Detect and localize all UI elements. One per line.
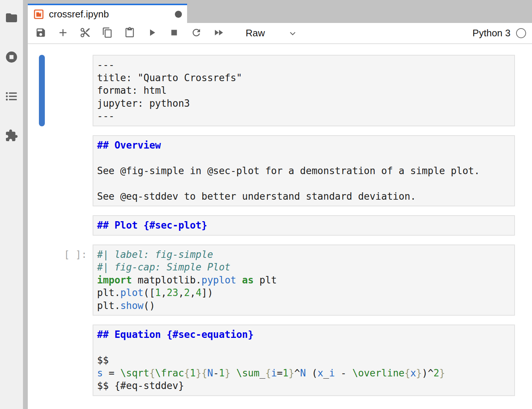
cell-collapser[interactable] xyxy=(39,135,45,207)
toc-icon xyxy=(5,90,18,104)
code-line: $$ {#eq-stddev} xyxy=(97,379,514,392)
run-cell-button[interactable] xyxy=(146,28,157,39)
save-button[interactable] xyxy=(35,28,46,39)
code-line: format: html xyxy=(97,84,514,97)
sidebar-item-running-kernels[interactable] xyxy=(4,51,19,65)
code-line: s = \sqrt{\frac{1}{N-1} \sum_{i=1}^N (x_… xyxy=(97,367,514,380)
code-line: $$ xyxy=(97,354,514,367)
cell-editor[interactable]: ---title: "Quarto Crossrefs"format: html… xyxy=(93,55,515,126)
add-icon xyxy=(57,27,69,40)
save-icon xyxy=(35,27,46,40)
tab-bar: crossref.ipynb xyxy=(28,0,532,23)
tab-title: crossref.ipynb xyxy=(49,9,109,20)
cut-icon xyxy=(80,27,91,40)
fast-forward-icon xyxy=(213,27,224,40)
notebook-content: ---title: "Quarto Crossrefs"format: html… xyxy=(28,44,532,409)
copy-cell-button[interactable] xyxy=(102,28,113,39)
markdown-cell: ## Equation {#sec-equation} $$s = \sqrt{… xyxy=(93,325,515,396)
code-line: jupyter: python3 xyxy=(97,97,514,110)
left-sidebar xyxy=(0,0,23,409)
code-line: ## Equation {#sec-equation} xyxy=(97,328,514,341)
execution-prompt: [ ]: xyxy=(39,248,87,261)
restart-kernel-button[interactable] xyxy=(191,28,202,39)
markdown-cell: ## Overview See @fig-simple in @sec-plot… xyxy=(93,135,515,207)
kernel-name[interactable]: Python 3 xyxy=(472,27,511,39)
markdown-cell: ## Plot {#sec-plot} xyxy=(93,215,515,236)
sidebar-item-table-of-contents[interactable] xyxy=(4,90,19,104)
code-line: #| fig-cap: Simple Plot xyxy=(97,261,514,274)
code-line: #| label: fig-simple xyxy=(97,248,514,261)
notebook-toolbar: Raw Python 3 xyxy=(28,23,532,44)
code-cell: [ ]:#| label: fig-simple#| fig-cap: Simp… xyxy=(93,245,515,316)
cell-collapser[interactable] xyxy=(39,325,45,396)
code-line: ## Plot {#sec-plot} xyxy=(97,219,514,232)
chevron-down-icon xyxy=(288,29,297,38)
cell-editor[interactable]: ## Plot {#sec-plot} xyxy=(93,215,515,236)
unsaved-changes-indicator[interactable] xyxy=(175,11,182,18)
cell-editor[interactable]: ## Overview See @fig-simple in @sec-plot… xyxy=(93,135,515,207)
folder-icon xyxy=(5,11,18,26)
tab-crossref-ipynb[interactable]: crossref.ipynb xyxy=(28,4,187,23)
interrupt-kernel-button[interactable] xyxy=(169,28,180,39)
code-line: plt.plot([1,23,2,4]) xyxy=(97,286,514,299)
code-line: title: "Quarto Crossrefs" xyxy=(97,72,514,84)
code-line: --- xyxy=(97,110,514,123)
restart-run-all-button[interactable] xyxy=(213,28,224,39)
code-line: ## Overview xyxy=(97,139,514,152)
main-dock: crossref.ipynb Raw Python 3 ---title: "Q… xyxy=(23,0,532,409)
sidebar-item-file-browser[interactable] xyxy=(4,11,19,26)
code-line: See @eq-stddev to better understand stan… xyxy=(97,190,514,203)
cell-editor[interactable]: #| label: fig-simple#| fig-cap: Simple P… xyxy=(93,245,515,316)
paste-cell-button[interactable] xyxy=(124,28,135,39)
code-line: plt.show() xyxy=(97,299,514,312)
cell-collapser[interactable] xyxy=(39,55,45,126)
cell-type-dropdown[interactable]: Raw xyxy=(246,27,297,39)
code-line xyxy=(97,152,514,164)
run-icon xyxy=(146,27,157,40)
kernel-status-icon[interactable] xyxy=(516,28,526,38)
cut-cell-button[interactable] xyxy=(80,28,91,39)
cell-type-value: Raw xyxy=(246,27,265,39)
sidebar-item-extension-manager[interactable] xyxy=(4,129,19,143)
raw-cell: ---title: "Quarto Crossrefs"format: html… xyxy=(93,55,515,126)
extensions-icon xyxy=(5,129,18,144)
copy-icon xyxy=(102,27,113,40)
code-line xyxy=(97,341,514,354)
cell-editor[interactable]: ## Equation {#sec-equation} $$s = \sqrt{… xyxy=(93,325,515,396)
code-line: See @fig-simple in @sec-plot for a demon… xyxy=(97,164,514,177)
stop-icon xyxy=(169,27,180,40)
insert-cell-button[interactable] xyxy=(57,28,69,39)
cell-collapser[interactable] xyxy=(39,215,45,236)
code-line: import matplotlib.pyplot as plt xyxy=(97,274,514,287)
code-line xyxy=(97,177,514,190)
restart-icon xyxy=(191,27,202,40)
notebook-icon xyxy=(33,9,44,20)
paste-icon xyxy=(124,27,135,40)
code-line: --- xyxy=(97,59,514,72)
running-icon xyxy=(5,50,18,65)
